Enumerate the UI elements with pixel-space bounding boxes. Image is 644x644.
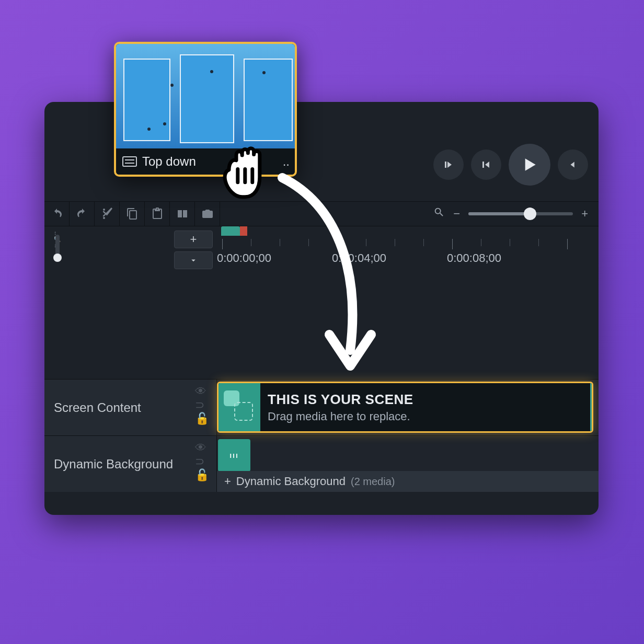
media-name: Top down xyxy=(142,154,196,169)
track-group-row[interactable]: + Dynamic Background (2 media) xyxy=(217,471,599,492)
zoom-slider[interactable] xyxy=(468,212,573,215)
magnet-icon[interactable]: ⊃ xyxy=(195,456,209,467)
search-icon[interactable] xyxy=(433,206,445,221)
track-height-slider[interactable] xyxy=(55,235,60,261)
clip-subtitle: Drag media here to replace. xyxy=(268,410,413,423)
clip-title: THIS IS YOUR SCENE xyxy=(268,392,413,408)
grab-cursor-icon xyxy=(214,137,288,210)
bg-clip[interactable]: ııı xyxy=(218,439,250,472)
step-forward-button[interactable] xyxy=(471,150,501,180)
playhead-marker[interactable] xyxy=(240,226,247,236)
play-button[interactable] xyxy=(509,144,550,186)
copy-button[interactable] xyxy=(120,201,145,226)
track-dynamic-background: Dynamic Background 👁 ⊃ 🔓 ııı + Dynamic B… xyxy=(44,435,599,492)
timeline-ruler[interactable]: 0:00:00;00 0:00:04;00 0:00:08;00 xyxy=(217,226,599,279)
media-thumbnail xyxy=(116,44,295,148)
add-media-icon[interactable]: + xyxy=(224,475,231,488)
lock-icon[interactable]: 🔓 xyxy=(195,469,209,481)
track-name: Dynamic Background xyxy=(54,457,173,472)
magnet-icon[interactable]: ⊃ xyxy=(195,399,209,411)
undo-button[interactable] xyxy=(44,201,70,226)
time-label: 0:00:04;00 xyxy=(332,251,386,265)
add-track-button[interactable]: + xyxy=(174,231,213,248)
video-icon xyxy=(122,156,137,167)
split-button[interactable] xyxy=(170,201,195,226)
time-label: 0:00:08;00 xyxy=(447,251,501,265)
step-back-button[interactable] xyxy=(433,150,464,180)
clip-thumbnail xyxy=(218,383,260,431)
time-label: 0:00:00;00 xyxy=(217,251,271,265)
track-header[interactable]: Dynamic Background 👁 ⊃ 🔓 xyxy=(44,436,217,492)
timeline-tracks: Screen Content 👁 ⊃ 🔓 THIS IS YOUR SCENE … xyxy=(44,379,599,492)
media-count: (2 media) xyxy=(351,476,395,488)
expand-tracks-button[interactable] xyxy=(174,251,213,269)
track-name: Screen Content xyxy=(54,400,141,415)
visibility-icon[interactable]: 👁 xyxy=(195,386,209,397)
track-screen-content: Screen Content 👁 ⊃ 🔓 THIS IS YOUR SCENE … xyxy=(44,379,599,435)
track-add-controls: + xyxy=(174,231,213,269)
track-controls: 👁 ⊃ 🔓 xyxy=(195,442,209,481)
prev-button[interactable] xyxy=(558,150,588,180)
playhead[interactable] xyxy=(221,226,240,236)
track-controls: 👁 ⊃ 🔓 xyxy=(195,386,209,424)
zoom-in-button[interactable]: + xyxy=(581,207,588,221)
timeline-toolbar: − + xyxy=(44,201,599,226)
paste-button[interactable] xyxy=(145,201,170,226)
zoom-out-button[interactable]: − xyxy=(453,207,460,221)
playback-controls xyxy=(433,144,588,186)
lock-icon[interactable]: 🔓 xyxy=(195,413,209,424)
group-label: Dynamic Background xyxy=(236,475,346,488)
cut-button[interactable] xyxy=(95,201,120,226)
ruler-ticks xyxy=(217,239,599,255)
redo-button[interactable] xyxy=(70,201,95,226)
track-height-control: ↕🔍↓ xyxy=(44,226,71,279)
visibility-icon[interactable]: 👁 xyxy=(195,442,209,454)
scene-drop-target[interactable]: THIS IS YOUR SCENE Drag media here to re… xyxy=(217,382,593,433)
track-header[interactable]: Screen Content 👁 ⊃ 🔓 xyxy=(44,380,217,435)
